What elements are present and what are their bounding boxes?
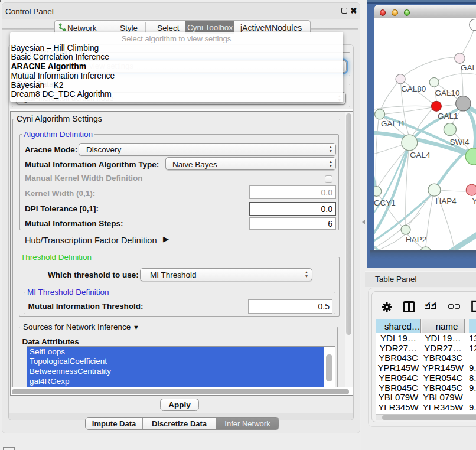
svg-text:GAL2: GAL2	[461, 63, 476, 72]
svg-text:HAP2: HAP2	[406, 235, 426, 244]
svg-text:GAL10: GAL10	[435, 89, 459, 97]
svg-text:GAL4: GAL4	[410, 151, 431, 159]
svg-text:GAL11: GAL11	[381, 119, 405, 128]
svg-text:SWI4: SWI4	[449, 138, 469, 146]
svg-text:Y: Y	[472, 197, 476, 206]
svg-text:GAL1: GAL1	[438, 112, 458, 120]
svg-text:GCY1: GCY1	[374, 198, 396, 207]
svg-text:HAP4: HAP4	[436, 197, 457, 206]
svg-text:GAL80: GAL80	[401, 84, 426, 93]
